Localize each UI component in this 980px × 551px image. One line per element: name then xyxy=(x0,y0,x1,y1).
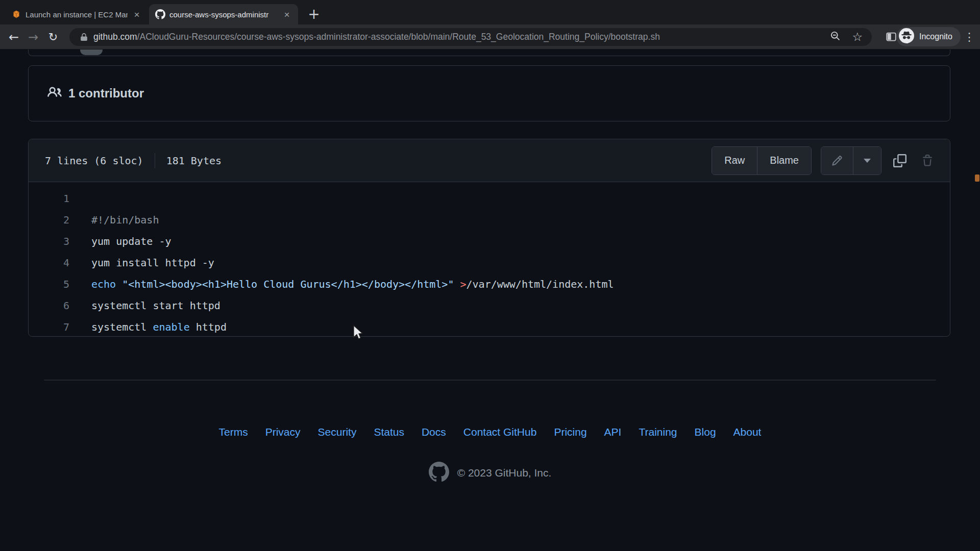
raw-blame-group: Raw Blame xyxy=(712,146,812,175)
file-header: 7 lines (6 sloc) 181 Bytes Raw Blame xyxy=(29,139,950,182)
footer-link-training[interactable]: Training xyxy=(639,426,677,438)
incognito-avatar-icon xyxy=(899,28,914,45)
raw-button[interactable]: Raw xyxy=(712,147,757,174)
chevron-down-icon xyxy=(864,159,871,163)
edit-pencil-button[interactable] xyxy=(821,147,853,174)
line-number[interactable]: 7 xyxy=(29,316,69,338)
line-number[interactable]: 6 xyxy=(29,295,69,316)
contributors-link[interactable]: 1 contributor xyxy=(47,85,144,102)
code-text: echo "<html><body><h1>Hello Cloud Gurus<… xyxy=(69,278,614,290)
contributor-count-text: 1 contributor xyxy=(68,86,144,101)
side-panel-icon[interactable] xyxy=(886,32,896,41)
incognito-label: Incognito xyxy=(919,32,952,41)
code-line: 1 xyxy=(29,188,950,209)
tab-close-icon[interactable]: × xyxy=(132,10,142,19)
footer-link-api[interactable]: API xyxy=(604,426,622,438)
footer-link-status[interactable]: Status xyxy=(374,426,404,438)
code-text: #!/bin/bash xyxy=(69,214,159,226)
browser-menu-icon[interactable]: ⋮ xyxy=(964,30,975,45)
browser-tab-strip: Launch an instance | EC2 Man × course-aw… xyxy=(0,0,980,24)
code-text xyxy=(69,192,91,205)
scrollbar-marker[interactable] xyxy=(975,174,979,182)
lock-icon[interactable] xyxy=(80,33,88,41)
footer-link-security[interactable]: Security xyxy=(318,426,357,438)
file-box: 7 lines (6 sloc) 181 Bytes Raw Blame xyxy=(28,139,950,337)
scrolled-box-fragment xyxy=(28,49,950,56)
meta-divider xyxy=(155,153,155,168)
address-bar[interactable]: github.com/ACloudGuru-Resources/course-a… xyxy=(69,28,872,46)
aws-favicon-icon xyxy=(11,9,21,19)
file-actions: Raw Blame xyxy=(712,146,937,175)
code-text: yum install httpd -y xyxy=(69,257,214,269)
avatar-fragment xyxy=(80,49,103,55)
mouse-cursor xyxy=(352,324,364,341)
people-icon xyxy=(47,85,62,102)
back-button[interactable]: ← xyxy=(6,30,21,45)
code-text: systemctl start httpd xyxy=(69,299,220,312)
copy-file-button[interactable] xyxy=(891,152,909,170)
forward-button[interactable]: → xyxy=(26,30,41,45)
new-tab-button[interactable]: + xyxy=(306,7,322,22)
code-line: 4yum install httpd -y xyxy=(29,252,950,273)
contributors-box: 1 contributor xyxy=(28,65,950,121)
reload-button[interactable]: ↻ xyxy=(45,30,61,45)
tab-title: course-aws-sysops-administr xyxy=(169,10,278,19)
file-size-text: 181 Bytes xyxy=(166,155,222,167)
edit-dropdown-button[interactable] xyxy=(853,147,881,174)
github-page: 1 contributor 7 lines (6 sloc) 181 Bytes… xyxy=(0,49,980,551)
zoom-indicator-icon[interactable] xyxy=(830,31,841,43)
footer-link-blog[interactable]: Blog xyxy=(695,426,716,438)
blame-button[interactable]: Blame xyxy=(757,147,811,174)
code-line: 2#!/bin/bash xyxy=(29,209,950,231)
incognito-badge: Incognito xyxy=(896,27,961,46)
line-number[interactable]: 2 xyxy=(29,209,69,231)
footer-link-about[interactable]: About xyxy=(733,426,762,438)
footer-link-privacy[interactable]: Privacy xyxy=(265,426,301,438)
bookmark-star-icon[interactable]: ☆ xyxy=(852,31,863,43)
delete-file-button[interactable] xyxy=(918,152,937,170)
code-line: 3yum update -y xyxy=(29,231,950,252)
browser-tab-github[interactable]: course-aws-sysops-administr × xyxy=(149,4,298,24)
code-text: systemctl enable httpd xyxy=(69,321,227,333)
footer-link-docs[interactable]: Docs xyxy=(422,426,446,438)
line-number[interactable]: 4 xyxy=(29,252,69,273)
copyright-text: © 2023 GitHub, Inc. xyxy=(457,467,552,479)
file-lines-text: 7 lines (6 sloc) xyxy=(45,155,143,167)
edit-group xyxy=(821,146,881,175)
file-meta: 7 lines (6 sloc) 181 Bytes xyxy=(45,153,222,168)
browser-toolbar: ← → ↻ github.com/ACloudGuru-Resources/co… xyxy=(0,24,980,49)
code-line: 5echo "<html><body><h1>Hello Cloud Gurus… xyxy=(29,273,950,295)
tab-close-icon[interactable]: × xyxy=(282,10,292,19)
line-number[interactable]: 1 xyxy=(29,188,69,209)
line-number[interactable]: 5 xyxy=(29,273,69,295)
code-line: 7systemctl enable httpd xyxy=(29,316,950,338)
footer-link-terms[interactable]: Terms xyxy=(219,426,248,438)
code-text: yum update -y xyxy=(69,235,172,247)
footer-divider xyxy=(44,380,936,381)
footer-link-contact-github[interactable]: Contact GitHub xyxy=(463,426,537,438)
line-number[interactable]: 3 xyxy=(29,231,69,252)
footer-links: TermsPrivacySecurityStatusDocsContact Gi… xyxy=(0,426,980,438)
github-favicon-icon xyxy=(155,9,165,19)
github-logo-icon xyxy=(429,462,449,484)
code-block: 12#!/bin/bash3yum update -y4yum install … xyxy=(29,182,950,338)
url-text[interactable]: github.com/ACloudGuru-Resources/course-a… xyxy=(93,32,830,42)
footer-link-pricing[interactable]: Pricing xyxy=(554,426,586,438)
footer-copyright: © 2023 GitHub, Inc. xyxy=(0,462,980,484)
code-line: 6systemctl start httpd xyxy=(29,295,950,316)
tab-title: Launch an instance | EC2 Man xyxy=(26,10,128,19)
browser-tab-ec2[interactable]: Launch an instance | EC2 Man × xyxy=(5,4,148,24)
